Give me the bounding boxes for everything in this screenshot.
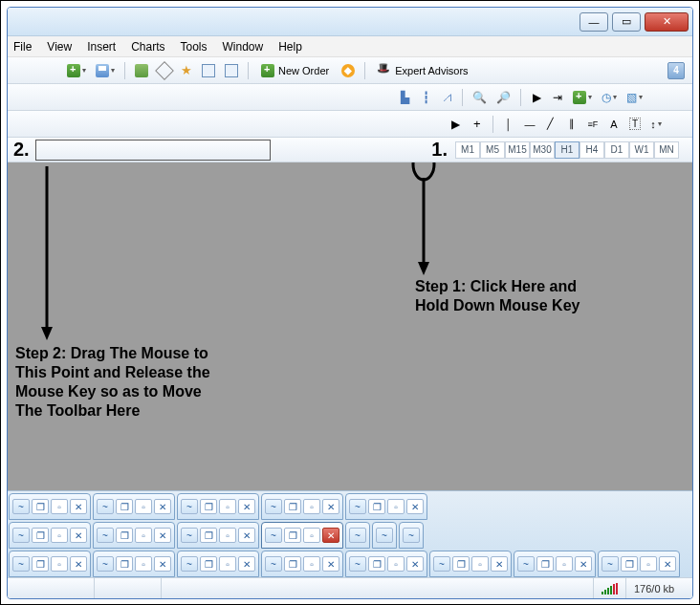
close-tab-icon[interactable]: ✕ — [70, 499, 87, 514]
menu-window[interactable]: Window — [223, 40, 264, 54]
chart-tab[interactable]: ~❐▫✕ — [261, 493, 343, 520]
bar-chart-button[interactable]: ▙ — [395, 88, 414, 107]
max-icon[interactable]: ▫ — [219, 499, 236, 514]
timeframe-h1[interactable]: H1 — [555, 141, 580, 159]
restore-icon[interactable]: ❐ — [116, 528, 133, 543]
chart-tab[interactable]: ~❐▫✕ — [514, 551, 596, 577]
info-button[interactable]: ◆ — [338, 61, 359, 80]
toolbar-drop-target[interactable] — [35, 140, 271, 161]
timeframe-mn[interactable]: MN — [654, 141, 679, 159]
restore-icon[interactable]: ❐ — [284, 556, 301, 572]
timeframe-m15[interactable]: M15 — [505, 141, 530, 159]
close-tab-icon[interactable]: ✕ — [659, 556, 676, 572]
menu-insert[interactable]: Insert — [87, 40, 116, 54]
close-tab-icon[interactable]: ✕ — [575, 556, 592, 572]
max-icon[interactable]: ▫ — [51, 499, 68, 514]
timeframe-m30[interactable]: M30 — [530, 141, 555, 159]
close-tab-icon[interactable]: ✕ — [238, 556, 255, 572]
max-icon[interactable]: ▫ — [303, 528, 320, 543]
cursor-button[interactable]: ▶ — [447, 115, 466, 134]
close-button[interactable]: ✕ — [645, 12, 689, 32]
restore-icon[interactable]: ❐ — [200, 499, 217, 514]
max-icon[interactable]: ▫ — [51, 528, 68, 543]
templates-button[interactable]: ▧▾ — [623, 88, 646, 107]
chart-tab[interactable]: ~❐▫✕ — [93, 551, 175, 577]
periodicity-button[interactable]: ◷▾ — [598, 88, 621, 107]
horizontal-line-button[interactable]: — — [520, 115, 539, 134]
chart-tab[interactable]: ~❐▫✕ — [345, 493, 427, 520]
close-tab-icon[interactable]: ✕ — [154, 528, 171, 543]
crosshair-button[interactable]: + — [468, 115, 487, 134]
max-icon[interactable]: ▫ — [556, 556, 573, 572]
restore-icon[interactable]: ❐ — [452, 556, 470, 572]
restore-icon[interactable]: ❐ — [284, 528, 301, 543]
chart-tab[interactable]: ~❐▫✕ — [261, 551, 343, 577]
close-tab-icon[interactable]: ✕ — [322, 499, 339, 514]
arrows-button[interactable]: ↕▾ — [646, 115, 666, 134]
restore-icon[interactable]: ❐ — [32, 556, 49, 572]
strategy-tester-button[interactable] — [221, 61, 242, 80]
chart-tab[interactable]: ~❐▫✕ — [598, 551, 680, 577]
restore-icon[interactable]: ❐ — [621, 556, 638, 572]
close-tab-icon[interactable]: ✕ — [238, 499, 255, 514]
indicators-button[interactable]: ▾ — [569, 88, 596, 107]
restore-icon[interactable]: ❐ — [32, 499, 49, 514]
max-icon[interactable]: ▫ — [387, 556, 405, 572]
navigator-button[interactable] — [154, 61, 175, 80]
restore-icon[interactable]: ❐ — [368, 499, 385, 514]
connection-cell[interactable] — [593, 578, 625, 598]
timeframe-m5[interactable]: M5 — [480, 141, 505, 159]
close-tab-icon[interactable]: ✕ — [154, 499, 171, 514]
market-watch-button[interactable] — [131, 61, 152, 80]
menu-charts[interactable]: Charts — [131, 40, 164, 54]
text-button[interactable]: A — [604, 115, 623, 134]
max-icon[interactable]: ▫ — [471, 556, 489, 572]
timeframe-w1[interactable]: W1 — [629, 141, 654, 159]
menu-file[interactable]: File — [13, 40, 32, 54]
close-tab-icon[interactable]: ✕ — [238, 528, 255, 543]
max-icon[interactable]: ▫ — [135, 499, 152, 514]
terminal-button[interactable] — [198, 61, 219, 80]
restore-icon[interactable]: ❐ — [200, 528, 217, 543]
chart-tab[interactable]: ~❐▫✕ — [93, 493, 175, 520]
chart-tab[interactable]: ~❐▫✕ — [9, 551, 91, 577]
timeframe-m1[interactable]: M1 — [455, 141, 480, 159]
chart-tab[interactable]: ~❐▫✕ — [261, 522, 343, 549]
zoom-in-button[interactable]: 🔍 — [469, 88, 491, 107]
data-window-button[interactable]: ★ — [177, 61, 196, 80]
notifications-badge[interactable]: 4 — [667, 62, 685, 79]
chart-tab[interactable]: ~❐▫✕ — [177, 551, 259, 577]
fibonacci-button[interactable]: ≡F — [583, 115, 602, 134]
zoom-out-button[interactable]: 🔎 — [492, 88, 514, 107]
max-icon[interactable]: ▫ — [640, 556, 657, 572]
candlestick-button[interactable]: ┇ — [416, 88, 435, 107]
timeframe-h4[interactable]: H4 — [580, 141, 604, 159]
maximize-button[interactable]: ▭ — [612, 12, 641, 32]
menu-tools[interactable]: Tools — [181, 40, 208, 54]
max-icon[interactable]: ▫ — [303, 556, 320, 572]
max-icon[interactable]: ▫ — [219, 556, 236, 572]
chart-tab[interactable]: ~ — [399, 522, 424, 549]
close-tab-icon[interactable]: ✕ — [491, 556, 508, 572]
close-tab-icon[interactable]: ✕ — [406, 499, 424, 514]
chart-tab[interactable]: ~❐▫✕ — [345, 551, 427, 577]
text-label-button[interactable]: T — [625, 115, 645, 134]
chart-tab[interactable]: ~❐▫✕ — [93, 522, 175, 549]
max-icon[interactable]: ▫ — [303, 499, 320, 514]
chart-tab[interactable]: ~ — [372, 522, 397, 549]
close-tab-icon[interactable]: ✕ — [322, 528, 339, 543]
chart-shift-button[interactable]: ⇥ — [548, 88, 567, 107]
chart-tab[interactable]: ~❐▫✕ — [9, 493, 91, 520]
max-icon[interactable]: ▫ — [135, 556, 152, 572]
timeframe-d1[interactable]: D1 — [604, 141, 629, 159]
restore-icon[interactable]: ❐ — [200, 556, 217, 572]
max-icon[interactable]: ▫ — [387, 499, 405, 514]
max-icon[interactable]: ▫ — [135, 528, 152, 543]
menu-view[interactable]: View — [47, 40, 72, 54]
close-tab-icon[interactable]: ✕ — [70, 528, 87, 543]
chart-tab[interactable]: ~❐▫✕ — [429, 551, 512, 577]
close-tab-icon[interactable]: ✕ — [154, 556, 171, 572]
close-tab-icon[interactable]: ✕ — [70, 556, 87, 572]
max-icon[interactable]: ▫ — [219, 528, 236, 543]
line-chart-button[interactable]: ⩘ — [437, 88, 456, 107]
